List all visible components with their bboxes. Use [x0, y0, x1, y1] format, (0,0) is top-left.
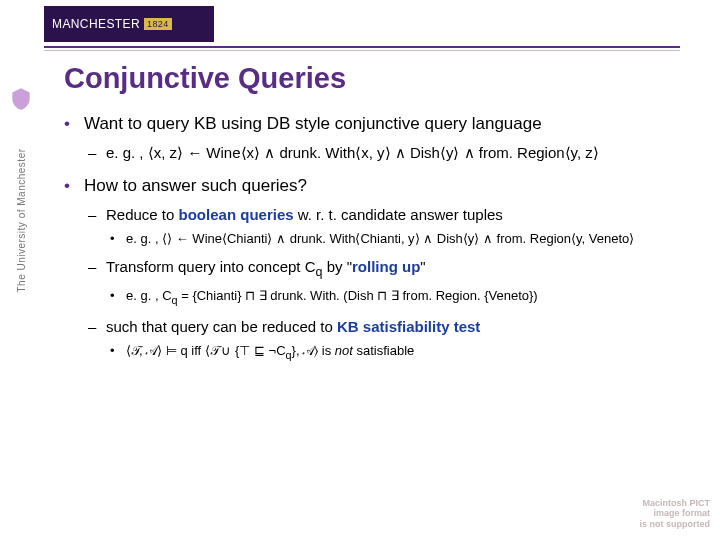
- reduce-prefix: Reduce to: [106, 206, 179, 223]
- bullet-want-text: Want to query KB using DB style conjunct…: [84, 114, 542, 133]
- pict-line2: image format: [640, 508, 711, 519]
- kb-bold: KB satisfiability test: [337, 318, 480, 335]
- divider-bottom: [44, 50, 680, 51]
- bullet-how: How to answer such queries? Reduce to bo…: [64, 175, 704, 363]
- brand-year: 1824: [144, 18, 172, 30]
- transform-mid: by ": [322, 258, 352, 275]
- transform-eg-prefix: e. g. , C: [126, 288, 172, 303]
- reduce-eg-body: ⟨⟩ ← Wine⟨Chianti⟩ ∧ drunk. With⟨Chianti…: [162, 231, 634, 246]
- brand-main: MANCHESTER: [52, 17, 140, 31]
- reduce-eg: e. g. , ⟨⟩ ← Wine⟨Chianti⟩ ∧ drunk. With…: [106, 229, 704, 249]
- bullet-transform: Transform query into concept Cq by "roll…: [84, 256, 704, 307]
- pict-line3: is not supported: [640, 519, 711, 530]
- kb-eg-not: not: [335, 343, 353, 358]
- bullet-reduce: Reduce to boolean queries w. r. t. candi…: [84, 204, 704, 249]
- transform-eg: e. g. , Cq = {Chianti} ⊓ ∃ drunk. With. …: [106, 286, 704, 308]
- bullet-want: Want to query KB using DB style conjunct…: [64, 113, 704, 163]
- sidebar-text: The University of Manchester: [16, 148, 27, 292]
- transform-eg-body: = {Chianti} ⊓ ∃ drunk. With. (Dish ⊓ ∃ f…: [178, 288, 538, 303]
- bullet-kb: such that query can be reduced to KB sat…: [84, 316, 704, 363]
- transform-suffix: ": [420, 258, 425, 275]
- kb-eg: ⟨𝒯, 𝒜⟩ ⊨ q iff ⟨𝒯 ∪ {⊤ ⊑ ¬Cq}, 𝒜⟩ is not…: [106, 341, 704, 363]
- transform-bold: rolling up: [352, 258, 420, 275]
- content-area: Conjunctive Queries Want to query KB usi…: [64, 62, 704, 375]
- divider-top: [44, 46, 680, 48]
- pict-not-supported: Macintosh PICT image format is not suppo…: [640, 498, 711, 530]
- transform-prefix: Transform query into concept C: [106, 258, 316, 275]
- bullet-want-eg: e. g. , ⟨x, z⟩ ← Wine⟨x⟩ ∧ drunk. With⟨x…: [84, 142, 704, 163]
- bullet-how-text: How to answer such queries?: [84, 176, 307, 195]
- kb-eg-tail: satisfiable: [353, 343, 414, 358]
- eg-body: ⟨x, z⟩ ← Wine⟨x⟩ ∧ drunk. With⟨x, y⟩ ∧ D…: [148, 144, 599, 161]
- kb-eg-suffix: }, 𝒜⟩ is: [292, 343, 335, 358]
- reduce-bold: boolean queries: [179, 206, 294, 223]
- reduce-eg-prefix: e. g. ,: [126, 231, 162, 246]
- sidebar-logo: The University of Manchester: [4, 100, 38, 340]
- brand-badge: MANCHESTER 1824: [44, 6, 214, 42]
- page-title: Conjunctive Queries: [64, 62, 704, 95]
- kb-prefix: such that query can be reduced to: [106, 318, 337, 335]
- eg-prefix: e. g. ,: [106, 144, 148, 161]
- pict-line1: Macintosh PICT: [640, 498, 711, 509]
- bullet-list-1: Want to query KB using DB style conjunct…: [64, 113, 704, 363]
- reduce-suffix: w. r. t. candidate answer tuples: [294, 206, 503, 223]
- kb-eg-prefix: ⟨𝒯, 𝒜⟩ ⊨ q iff ⟨𝒯 ∪ {⊤ ⊑ ¬C: [126, 343, 286, 358]
